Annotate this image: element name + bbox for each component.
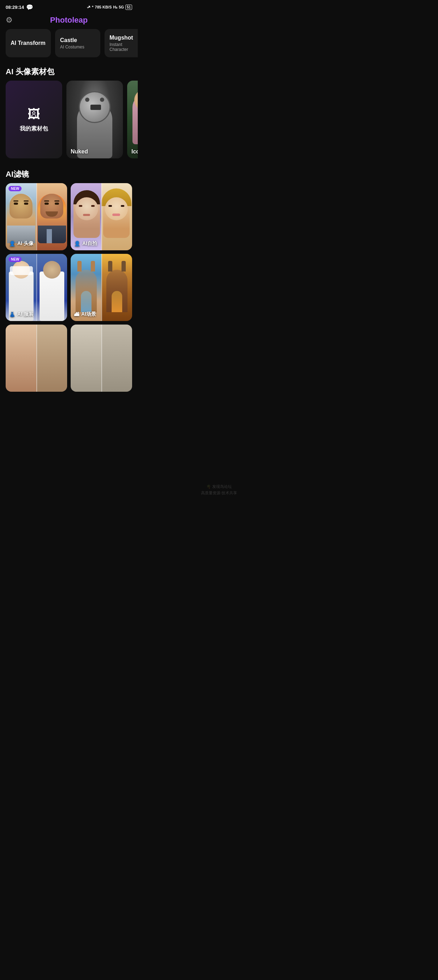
card-title-mugshot: Mugshot (110, 34, 138, 41)
clothing-label-text: AI 服装 (17, 311, 33, 318)
my-pack-label: 我的素材包 (20, 125, 48, 132)
status-right: ↗ * 785 KB/S H₂ 5G 51 (87, 5, 132, 10)
settings-icon[interactable]: ⚙ (6, 16, 13, 25)
bottom1-left (6, 325, 36, 392)
clothing-icon: 👗 (9, 312, 15, 317)
battery-indicator: 51 (125, 5, 132, 10)
pack-card-my[interactable]: 🖼 我的素材包 (6, 81, 62, 158)
status-time: 08:29:14 (6, 5, 24, 10)
filter-card-bottom1[interactable] (6, 325, 67, 392)
ai-pack-heading: AI 头像素材包 (0, 62, 138, 81)
my-pack-icon: 🖼 (27, 107, 40, 122)
header: ⚙ Photoleap (0, 13, 138, 29)
selfie-label-text: AI自拍 (82, 240, 97, 247)
app-title: Photoleap (50, 16, 87, 25)
selfie-filter-label: 👤 AI自拍 (74, 240, 97, 247)
feature-card-mugshot[interactable]: Mugshot Instant Character (105, 29, 138, 57)
status-left: 08:29:14 💬 (6, 4, 33, 11)
card-title-castle: Castle (60, 37, 95, 43)
battery-level: 51 (127, 5, 131, 9)
portrait-right (36, 183, 67, 250)
scene-right (102, 254, 132, 321)
wechat-icon: 💬 (26, 4, 33, 11)
feature-cards-row[interactable]: AI Transform Castle AI Costumes Mugshot … (0, 29, 138, 62)
scene-label-text: AI场景 (81, 311, 96, 318)
bluetooth-icon: * (92, 5, 93, 9)
filter-card-bottom2[interactable] (71, 325, 132, 392)
signal-icon: ↗ (87, 5, 90, 10)
selfie-right (102, 183, 132, 250)
status-bar: 08:29:14 💬 ↗ * 785 KB/S H₂ 5G 51 (0, 0, 138, 13)
feature-card-ai-transform[interactable]: AI Transform (6, 29, 51, 57)
signal-5g: 5G (119, 5, 124, 9)
bottom2-left (71, 325, 102, 392)
ai-filters-heading: AI滤镜 (0, 164, 138, 183)
portrait-face-right (36, 183, 67, 250)
card-title-ai-transform: AI Transform (11, 40, 46, 46)
filters-grid: NEW (0, 183, 138, 395)
scene-icon: 🏙 (74, 312, 79, 317)
filter-card-scene[interactable]: 🏙 AI场景 (71, 254, 132, 321)
selfie-face-right (102, 183, 132, 250)
scene-divider (102, 254, 102, 321)
pack-card-iconic[interactable]: Iconic Movie (127, 81, 138, 158)
clothing-filter-label: 👗 AI 服装 (9, 311, 33, 318)
pack-card-nuked[interactable]: Nuked (67, 81, 123, 158)
portrait-icon: 👤 (9, 241, 15, 247)
network-icon: H₂ (113, 5, 117, 10)
filter-card-selfie[interactable]: 👤 AI自拍 (71, 183, 132, 250)
new-badge-clothing: NEW (8, 257, 22, 262)
portrait-label-text: AI 头像 (17, 240, 33, 247)
selfie-icon: 👤 (74, 241, 80, 247)
new-badge-portrait: NEW (8, 186, 22, 191)
data-speed: 785 KB/S (95, 5, 112, 9)
filter-card-clothing[interactable]: NEW (6, 254, 67, 321)
bottom1-inner (6, 325, 67, 392)
nuked-bg (67, 81, 123, 158)
bottom1-right (36, 325, 67, 392)
clothing-right (36, 254, 67, 321)
ai-pack-row[interactable]: 🖼 我的素材包 Nuked (0, 81, 138, 164)
bottom1-divider (36, 325, 37, 392)
card-sub2-mugshot: Character (110, 47, 138, 52)
nuked-label: Nuked (71, 148, 88, 155)
filter-card-portrait[interactable]: NEW (6, 183, 67, 250)
bottom2-divider (102, 325, 102, 392)
bottom2-inner (71, 325, 132, 392)
iconic-label: Iconic Movie (132, 148, 138, 155)
scene-filter-label: 🏙 AI场景 (74, 311, 96, 318)
bottom2-right (102, 325, 132, 392)
card-sub-castle: AI Costumes (60, 45, 95, 49)
iconic-bg (127, 81, 138, 158)
selfie-divider (102, 183, 102, 250)
portrait-filter-label: 👤 AI 头像 (9, 240, 33, 247)
portrait-divider (36, 183, 37, 250)
card-sub-mugshot: Instant (110, 42, 138, 47)
clothing-divider (36, 254, 37, 321)
feature-card-castle[interactable]: Castle AI Costumes (55, 29, 100, 57)
